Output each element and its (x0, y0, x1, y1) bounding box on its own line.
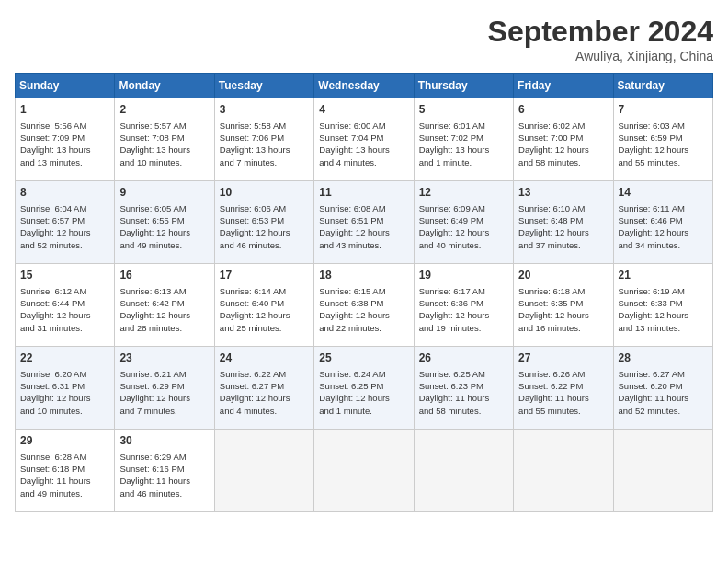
day-number: 12 (419, 185, 508, 201)
day-info-line: Sunset: 6:55 PM (119, 214, 209, 226)
day-info-line: Daylight: 12 hours (319, 226, 408, 238)
day-info-line: and 10 minutes. (20, 405, 109, 417)
day-info-line: Daylight: 12 hours (220, 392, 309, 404)
day-info-line: Daylight: 11 hours (419, 392, 508, 404)
day-info-line: Daylight: 12 hours (20, 309, 109, 321)
day-info-line: Daylight: 12 hours (518, 309, 608, 321)
day-number: 6 (518, 102, 608, 118)
day-info-line: Daylight: 11 hours (518, 392, 608, 404)
calendar-cell: 25Sunrise: 6:24 AMSunset: 6:25 PMDayligh… (314, 347, 414, 430)
day-number: 24 (220, 350, 309, 366)
day-info-line: and 13 minutes. (20, 156, 109, 168)
day-info-line: Sunset: 6:48 PM (518, 214, 608, 226)
day-info-line: Sunrise: 6:14 AM (220, 285, 309, 297)
day-info-line: Daylight: 12 hours (419, 309, 508, 321)
day-info-line: and 1 minute. (419, 156, 508, 168)
day-info-line: Sunset: 6:44 PM (20, 297, 109, 309)
day-number: 20 (518, 268, 608, 283)
day-number: 23 (119, 350, 209, 366)
day-info-line: Daylight: 13 hours (119, 144, 209, 155)
day-info-line: and 49 minutes. (20, 488, 109, 500)
calendar-week-row: 22Sunrise: 6:20 AMSunset: 6:31 PMDayligh… (16, 347, 713, 430)
day-info-line: Sunrise: 6:28 AM (20, 451, 109, 463)
calendar-cell: 11Sunrise: 6:08 AMSunset: 6:51 PMDayligh… (314, 181, 414, 264)
calendar-cell: 27Sunrise: 6:26 AMSunset: 6:22 PMDayligh… (514, 347, 613, 430)
day-info-line: Sunset: 6:25 PM (319, 380, 408, 392)
day-info-line: Daylight: 12 hours (220, 226, 309, 238)
day-number: 30 (119, 433, 209, 449)
day-info-line: Daylight: 12 hours (319, 309, 408, 321)
calendar-week-row: 29Sunrise: 6:28 AMSunset: 6:18 PMDayligh… (16, 430, 713, 512)
day-info-line: Daylight: 12 hours (119, 226, 209, 238)
day-info-line: Sunset: 6:42 PM (119, 297, 209, 309)
month-title: September 2024 (488, 15, 713, 49)
day-info-line: Sunrise: 6:02 AM (518, 120, 608, 132)
day-number: 3 (220, 102, 309, 118)
day-info-line: Sunset: 6:51 PM (319, 214, 408, 226)
title-block: September 2024 Awuliya, Xinjiang, China (488, 15, 713, 63)
weekday-header-monday: Monday (115, 74, 214, 98)
day-info-line: Sunset: 6:38 PM (319, 297, 408, 309)
day-info-line: Sunrise: 6:18 AM (518, 285, 608, 297)
day-number: 28 (619, 350, 708, 366)
day-number: 15 (20, 268, 109, 283)
day-number: 1 (20, 102, 109, 118)
calendar-cell: 26Sunrise: 6:25 AMSunset: 6:23 PMDayligh… (414, 347, 513, 430)
day-number: 19 (419, 268, 508, 283)
day-info-line: Sunrise: 6:21 AM (119, 368, 209, 380)
day-info-line: Sunrise: 6:04 AM (20, 202, 109, 214)
calendar-cell: 21Sunrise: 6:19 AMSunset: 6:33 PMDayligh… (613, 264, 712, 347)
day-info-line: Daylight: 13 hours (20, 144, 109, 155)
day-info-line: Sunrise: 6:01 AM (419, 120, 508, 132)
day-info-line: and 19 minutes. (419, 322, 508, 334)
location: Awuliya, Xinjiang, China (488, 49, 713, 63)
day-info-line: Daylight: 12 hours (619, 226, 708, 238)
weekday-header-row: SundayMondayTuesdayWednesdayThursdayFrid… (16, 74, 713, 98)
day-info-line: Sunrise: 5:57 AM (119, 120, 209, 132)
calendar-cell: 15Sunrise: 6:12 AMSunset: 6:44 PMDayligh… (16, 264, 115, 347)
day-number: 13 (518, 185, 608, 201)
day-info-line: and 1 minute. (319, 405, 408, 417)
weekday-header-wednesday: Wednesday (314, 74, 414, 98)
day-info-line: Sunrise: 6:17 AM (419, 285, 508, 297)
day-info-line: Daylight: 12 hours (619, 144, 708, 155)
page-header: General Blue September 2024 Awuliya, Xin… (15, 15, 713, 63)
day-info-line: Sunrise: 6:25 AM (419, 368, 508, 380)
calendar-cell (214, 430, 313, 512)
day-info-line: Sunrise: 6:08 AM (319, 202, 408, 214)
day-info-line: Daylight: 12 hours (119, 309, 209, 321)
day-info-line: and 43 minutes. (319, 239, 408, 251)
day-info-line: and 46 minutes. (119, 488, 209, 500)
day-info-line: and 55 minutes. (619, 156, 708, 168)
day-number: 9 (119, 185, 209, 201)
day-info-line: Sunset: 6:35 PM (518, 297, 608, 309)
calendar-table: SundayMondayTuesdayWednesdayThursdayFrid… (15, 73, 713, 512)
calendar-cell: 24Sunrise: 6:22 AMSunset: 6:27 PMDayligh… (214, 347, 313, 430)
day-number: 8 (20, 185, 109, 201)
day-info-line: and 37 minutes. (518, 239, 608, 251)
day-info-line: and 46 minutes. (220, 239, 309, 251)
day-info-line: and 58 minutes. (518, 156, 608, 168)
calendar-cell: 12Sunrise: 6:09 AMSunset: 6:49 PMDayligh… (414, 181, 513, 264)
day-number: 7 (619, 102, 708, 118)
weekday-header-friday: Friday (514, 74, 613, 98)
day-info-line: and 25 minutes. (220, 322, 309, 334)
day-number: 17 (220, 268, 309, 283)
day-number: 26 (419, 350, 508, 366)
day-number: 10 (220, 185, 309, 201)
day-info-line: Sunset: 6:23 PM (419, 380, 508, 392)
weekday-header-thursday: Thursday (414, 74, 513, 98)
day-info-line: Daylight: 11 hours (20, 475, 109, 487)
day-info-line: Sunrise: 6:29 AM (119, 451, 209, 463)
day-info-line: Sunset: 6:16 PM (119, 463, 209, 475)
day-info-line: and 16 minutes. (518, 322, 608, 334)
day-info-line: Sunrise: 6:09 AM (419, 202, 508, 214)
day-number: 25 (319, 350, 408, 366)
calendar-cell: 20Sunrise: 6:18 AMSunset: 6:35 PMDayligh… (514, 264, 613, 347)
day-number: 14 (619, 185, 708, 201)
day-info-line: Sunset: 6:36 PM (419, 297, 508, 309)
calendar-cell: 5Sunrise: 6:01 AMSunset: 7:02 PMDaylight… (414, 98, 513, 181)
day-info-line: and 7 minutes. (119, 405, 209, 417)
day-info-line: Sunset: 6:31 PM (20, 380, 109, 392)
day-info-line: Sunset: 6:46 PM (619, 214, 708, 226)
